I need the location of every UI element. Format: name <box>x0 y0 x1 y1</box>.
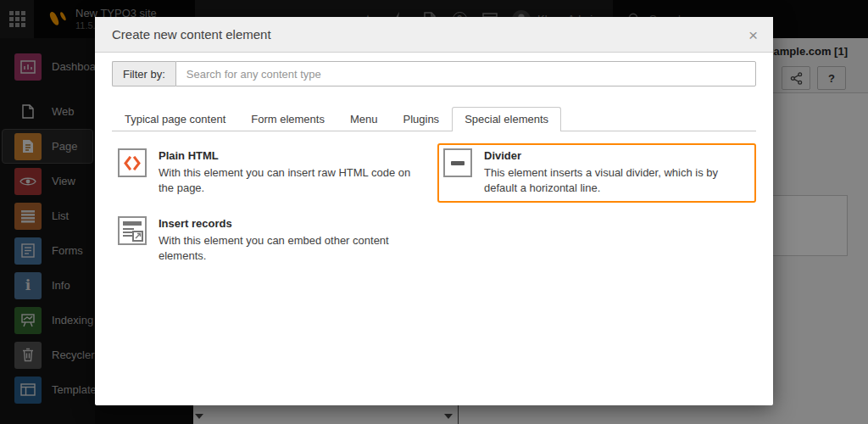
tab-typical-page-content[interactable]: Typical page content <box>112 107 238 131</box>
typo3-backend: New TYPO3 site 11.5.1 ★ ? <box>0 0 868 424</box>
element-title: Insert records <box>159 217 422 230</box>
close-icon[interactable]: × <box>745 24 761 47</box>
filter-by-label: Filter by: <box>112 61 175 86</box>
element-description: With this element you can embed other co… <box>159 233 422 264</box>
insert-records-icon <box>118 216 147 245</box>
html-code-icon <box>118 148 147 177</box>
tab-special-elements[interactable]: Special elements <box>452 107 561 131</box>
element-description: This element inserts a visual divider, w… <box>484 165 748 196</box>
modal-body: Filter by: Typical page content Form ele… <box>95 53 773 271</box>
modal-header: Create new content element × <box>95 17 773 53</box>
content-type-search-input[interactable] <box>175 61 756 86</box>
tab-menu[interactable]: Menu <box>337 107 391 131</box>
element-description: With this element you can insert raw HTM… <box>159 165 422 196</box>
create-content-element-modal: Create new content element × Filter by: … <box>95 17 773 405</box>
filter-group: Filter by: <box>112 61 756 86</box>
modal-title: Create new content element <box>112 27 271 42</box>
tab-form-elements[interactable]: Form elements <box>238 107 337 131</box>
content-element-list: Plain HTML With this element you can ins… <box>112 143 756 271</box>
tab-plugins[interactable]: Plugins <box>390 107 452 131</box>
content-element-tabs: Typical page content Form elements Menu … <box>112 107 756 131</box>
content-element-plain-html[interactable]: Plain HTML With this element you can ins… <box>112 143 431 203</box>
content-element-divider[interactable]: Divider This element inserts a visual di… <box>437 143 756 203</box>
content-element-insert-records[interactable]: Insert records With this element you can… <box>112 211 431 271</box>
element-title: Divider <box>484 149 748 162</box>
divider-icon <box>443 148 472 177</box>
element-title: Plain HTML <box>159 149 422 162</box>
